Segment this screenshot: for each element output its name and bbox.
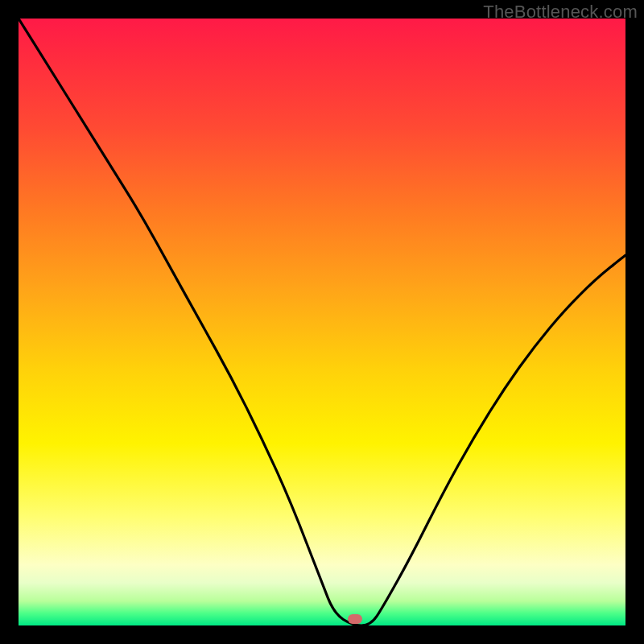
optimum-marker bbox=[348, 614, 362, 624]
curve-svg bbox=[19, 19, 625, 625]
plot-area bbox=[19, 19, 625, 625]
watermark-text: TheBottleneck.com bbox=[483, 2, 638, 23]
bottleneck-curve bbox=[19, 19, 625, 625]
chart-stage: TheBottleneck.com bbox=[0, 0, 644, 644]
